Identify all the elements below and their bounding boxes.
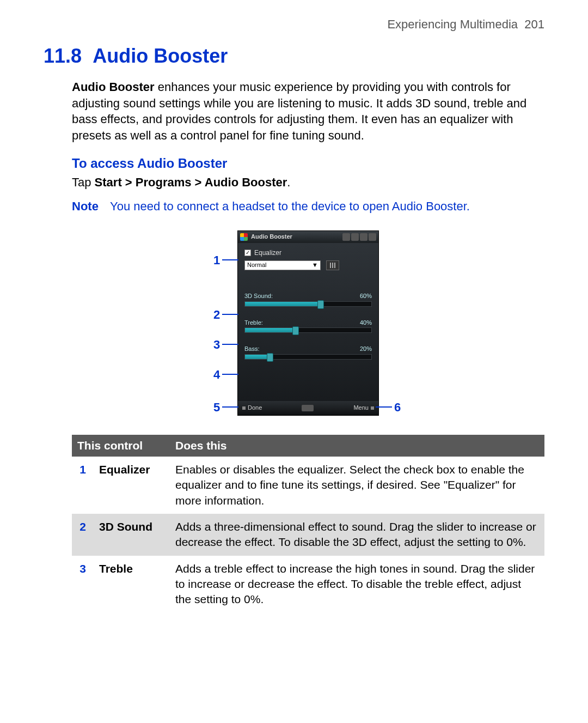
table-row: 1 Equalizer Enables or disables the equa… [72,457,544,514]
equalizer-checkbox-row: ✓ Equalizer [244,248,372,257]
3dsound-value: 60% [360,292,372,300]
controls-table: This control Does this 1 Equalizer Enabl… [72,435,544,613]
th-does: Does this [170,435,544,457]
row-name: 3D Sound [94,514,170,556]
callouts-right: 6 [376,222,408,424]
note-row: Note You need to connect a headset to th… [72,198,544,215]
treble-slider[interactable] [244,327,372,333]
row-num: 1 [72,457,94,514]
access-heading: To access Audio Booster [72,155,544,172]
close-icon[interactable] [369,233,376,241]
callout-6: 6 [376,399,401,416]
chevron-down-icon: ▼ [312,261,318,269]
signal-icon [351,233,359,241]
connection-icon [342,233,350,241]
equalizer-preset-dropdown[interactable]: Normal ▼ [244,260,321,270]
bass-value: 20% [360,345,372,353]
dropdown-value: Normal [247,261,266,269]
row-name: Equalizer [94,457,170,514]
bass-label: Bass: [244,345,260,353]
phone-titlebar: Audio Booster [238,231,378,243]
row-desc: Adds a three-dimensional effect to sound… [170,514,544,556]
callout-5: 5 [213,399,238,416]
callout-1: 1 [213,252,238,269]
note-label: Note [72,198,110,215]
slider-treble: Treble:40% [244,319,372,333]
phone-title: Audio Booster [251,233,292,241]
th-control: This control [72,435,170,457]
section-number: 11.8 [44,45,82,67]
volume-icon [360,233,367,241]
row-desc: Enables or disables the equalizer. Selec… [170,457,544,514]
treble-value: 40% [360,319,372,327]
figure: 1 2 3 4 5 Audio Booster ✓ Equalizer Norm… [72,222,544,424]
row-num: 3 [72,556,94,613]
table-row: 2 3D Sound Adds a three-dimensional effe… [72,514,544,556]
treble-label: Treble: [244,319,263,327]
note-text: You need to connect a headset to the dev… [110,198,470,215]
running-header: Experiencing Multimedia 201 [44,16,544,33]
tap-path: Start > Programs > Audio Booster [95,175,287,189]
tap-suffix: . [287,175,290,189]
3dsound-slider[interactable] [244,301,372,307]
intro-lead: Audio Booster [72,80,155,94]
equalizer-dropdown-row: Normal ▼ [244,260,372,270]
status-icons [342,233,376,241]
callouts-left: 1 2 3 4 5 [213,222,246,424]
phone-body: ✓ Equalizer Normal ▼ 3D Sound:60% Treble… [238,243,378,401]
section-title: Audio Booster [93,45,228,67]
chapter-name: Experiencing Multimedia [387,17,518,31]
bass-slider[interactable] [244,354,372,360]
slider-bass: Bass:20% [244,345,372,360]
equalizer-settings-button[interactable] [326,260,339,270]
row-name: Treble [94,556,170,613]
callout-3: 3 [213,337,238,353]
intro-paragraph: Audio Booster enhances your music experi… [72,79,544,144]
keyboard-icon[interactable] [302,405,314,411]
row-num: 2 [72,514,94,556]
equalizer-label: Equalizer [254,248,281,257]
3dsound-label: 3D Sound: [244,292,273,300]
page-number: 201 [524,17,544,31]
phone-screenshot: Audio Booster ✓ Equalizer Normal ▼ [237,230,379,416]
softkey-menu[interactable]: Menu [353,404,374,412]
table-row: 3 Treble Adds a treble effect to increas… [72,556,544,613]
section-heading: 11.8 Audio Booster [44,38,544,70]
callout-4: 4 [213,367,238,383]
callout-2: 2 [213,307,238,323]
access-instruction: Tap Start > Programs > Audio Booster. [72,174,544,191]
table-header-row: This control Does this [72,435,544,457]
phone-softkey-bar: Done Menu [238,401,378,415]
tap-prefix: Tap [72,175,95,189]
row-desc: Adds a treble effect to increase the hig… [170,556,544,613]
slider-3dsound: 3D Sound:60% [244,292,372,307]
